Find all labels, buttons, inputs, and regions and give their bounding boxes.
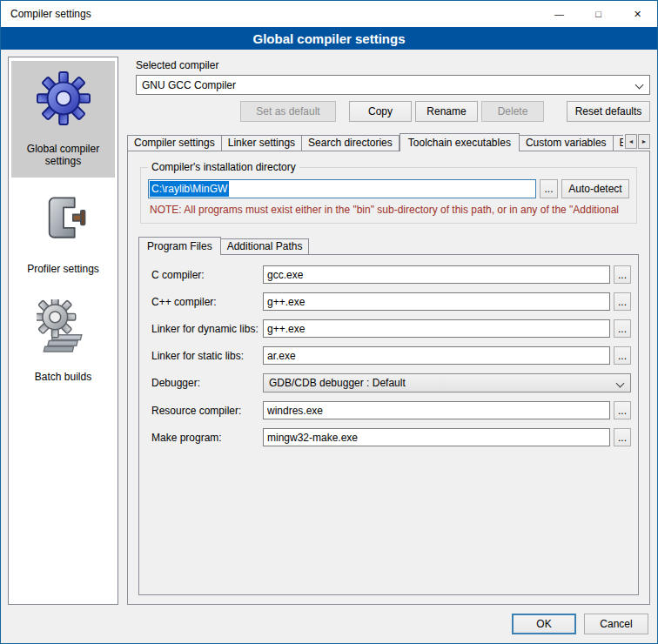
titlebar[interactable]: Compiler settings — □ ✕ [1, 1, 657, 27]
sidebar-item-label: Global compiler settings [13, 143, 113, 167]
dialog-content: Global compiler settings [1, 50, 657, 605]
tab-toolchain-executables[interactable]: Toolchain executables [400, 133, 520, 151]
cpp-compiler-row: C++ compiler: ... [151, 292, 631, 311]
minimize-icon: — [554, 9, 564, 19]
settings-tabs: Compiler settings Linker settings Search… [127, 133, 623, 151]
tab-custom-variables[interactable]: Custom variables [520, 135, 614, 151]
linker-dynamic-label: Linker for dynamic libs: [151, 323, 263, 335]
linker-static-label: Linker for static libs: [151, 350, 263, 362]
settings-category-list: Global compiler settings [8, 57, 118, 605]
tab-additional-paths[interactable]: Additional Paths [221, 238, 310, 255]
resource-compiler-row: Resource compiler: ... [151, 401, 631, 419]
bin-subdirectory-note: NOTE: All programs must exist either in … [150, 204, 629, 216]
selected-compiler-label: Selected compiler [136, 59, 650, 71]
sidebar-item-global-compiler-settings[interactable]: Global compiler settings [11, 61, 115, 178]
compiler-actions-row: Set as default Copy Rename Delete Reset … [136, 101, 650, 122]
tab-scroll-buttons: ◄ ► [625, 134, 650, 149]
close-icon: ✕ [634, 9, 641, 20]
right-arrow-icon: ► [641, 138, 648, 144]
linker-static-row: Linker for static libs: ... [151, 346, 631, 365]
c-compiler-row: C compiler: ... [151, 265, 631, 284]
tab-linker-settings[interactable]: Linker settings [222, 135, 302, 151]
delete-button[interactable]: Delete [481, 101, 544, 122]
left-arrow-icon: ◄ [628, 138, 634, 144]
debugger-row: Debugger: GDB/CDB debugger : Default [151, 373, 631, 392]
linker-dynamic-browse-button[interactable]: ... [614, 319, 631, 338]
linker-static-input[interactable] [263, 346, 610, 365]
auto-detect-button[interactable]: Auto-detect [561, 179, 629, 198]
window-title: Compiler settings [1, 1, 540, 27]
selected-compiler-value: GNU GCC Compiler [142, 79, 236, 91]
c-compiler-input[interactable] [263, 265, 610, 284]
linker-dynamic-row: Linker for dynamic libs: ... [151, 319, 631, 338]
ok-button[interactable]: OK [512, 614, 576, 634]
set-as-default-button[interactable]: Set as default [240, 101, 336, 122]
tab-search-directories[interactable]: Search directories [302, 135, 400, 151]
chevron-down-icon [635, 81, 644, 90]
make-program-browse-button[interactable]: ... [614, 428, 631, 446]
dialog-header-title: Global compiler settings [252, 31, 405, 46]
dialog-footer: OK Cancel [1, 605, 657, 643]
dialog-header: Global compiler settings [1, 27, 657, 50]
sidebar-item-label: Batch builds [13, 371, 113, 383]
copy-button[interactable]: Copy [349, 101, 412, 122]
sidebar-item-batch-builds[interactable]: Batch builds [11, 289, 115, 393]
resource-compiler-input[interactable] [263, 401, 610, 419]
program-files-panel: C compiler: ... C++ compiler: ... Linker… [138, 254, 639, 595]
programs-tabs: Program Files Additional Paths [138, 237, 639, 255]
cancel-button[interactable]: Cancel [584, 614, 648, 634]
c-compiler-label: C compiler: [151, 269, 263, 281]
close-button[interactable]: ✕ [618, 1, 657, 27]
cpp-compiler-browse-button[interactable]: ... [614, 292, 631, 311]
tab-scroll-left-button[interactable]: ◄ [625, 134, 637, 149]
installation-directory-group: Compiler's installation directory C:\ray… [140, 167, 637, 224]
cpp-compiler-label: C++ compiler: [151, 296, 263, 308]
installation-directory-group-title: Compiler's installation directory [148, 161, 299, 173]
settings-tab-strip: Compiler settings Linker settings Search… [127, 132, 650, 151]
debugger-value: GDB/CDB debugger : Default [269, 377, 406, 389]
tab-compiler-settings[interactable]: Compiler settings [127, 135, 222, 151]
linker-static-browse-button[interactable]: ... [614, 346, 631, 365]
make-program-row: Make program: ... [151, 428, 631, 446]
c-compiler-browse-button[interactable]: ... [614, 265, 631, 284]
rename-button[interactable]: Rename [415, 101, 478, 122]
programs-tab-strip: Program Files Additional Paths [138, 236, 639, 255]
gray-gear-stack-icon [13, 296, 113, 357]
tab-scroll-right-button[interactable]: ► [638, 134, 650, 149]
clamp-tool-icon [13, 188, 113, 249]
tab-program-files[interactable]: Program Files [138, 237, 221, 255]
cpp-compiler-input[interactable] [263, 292, 610, 311]
maximize-button[interactable]: □ [579, 1, 618, 27]
make-program-input[interactable] [263, 428, 610, 446]
selected-compiler-dropdown[interactable]: GNU GCC Compiler [136, 75, 650, 95]
linker-dynamic-input[interactable] [263, 319, 610, 338]
sidebar-item-profiler-settings[interactable]: Profiler settings [11, 181, 115, 285]
chevron-down-icon [616, 379, 625, 388]
resource-compiler-label: Resource compiler: [151, 405, 263, 417]
compiler-settings-window: Compiler settings — □ ✕ Global compiler … [0, 0, 658, 644]
installation-directory-value: C:\raylib\MinGW [150, 181, 229, 197]
debugger-label: Debugger: [151, 377, 263, 389]
sidebar-item-label: Profiler settings [13, 263, 113, 275]
toolchain-executables-panel: Compiler's installation directory C:\ray… [127, 151, 650, 605]
debugger-dropdown[interactable]: GDB/CDB debugger : Default [263, 373, 631, 392]
reset-defaults-button[interactable]: Reset defaults [567, 101, 650, 122]
blue-gear-icon [13, 68, 113, 129]
tab-build-options[interactable]: Build [614, 135, 623, 151]
make-program-label: Make program: [151, 432, 263, 444]
installation-directory-row: C:\raylib\MinGW ... Auto-detect [148, 179, 629, 198]
main-panel: Selected compiler GNU GCC Compiler Set a… [127, 57, 650, 605]
installation-directory-input[interactable]: C:\raylib\MinGW [148, 179, 536, 198]
installation-directory-browse-button[interactable]: ... [540, 179, 558, 198]
maximize-icon: □ [595, 9, 601, 19]
resource-compiler-browse-button[interactable]: ... [614, 401, 631, 419]
minimize-button[interactable]: — [540, 1, 579, 27]
